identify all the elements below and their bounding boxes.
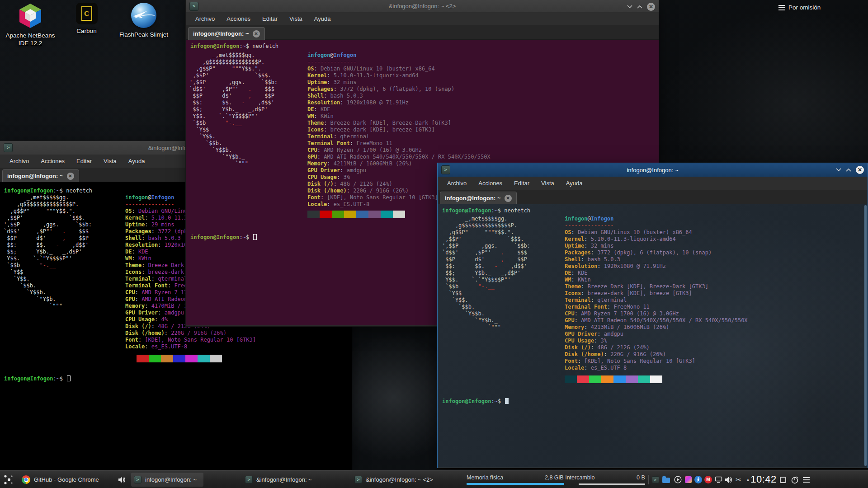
terminal-tray-icon[interactable]: > [651,475,660,484]
clipboard-scissors-icon[interactable]: ✂ [734,475,743,484]
cube-app-icon[interactable] [684,475,693,484]
menu-item-ayuda[interactable]: Ayuda [561,178,588,188]
tab-label: infogon@Infogon: ~ [7,173,63,179]
tab-close-icon[interactable]: ✕ [67,173,74,180]
shell-prompt: infogon@Infogon:~$ [4,375,71,382]
terminal-icon: > [354,476,362,483]
palette-swatch [650,375,662,383]
neofetch-info-row: Icons: breeze-dark [KDE], breeze [GTK3] [565,290,748,297]
maximize-icon[interactable] [846,168,851,172]
desktop-toolbox[interactable]: Por omisión [778,4,821,11]
maximize-icon[interactable] [637,5,642,9]
taskbar-task-terminal-1[interactable]: > infogon@Infogon: ~ [131,473,203,487]
menu-item-archivo[interactable]: Archivo [442,178,472,188]
hamburger-icon [803,477,810,482]
menu-item-vista[interactable]: Vista [536,178,559,188]
menu-item-vista[interactable]: Vista [99,156,122,166]
palette-swatch [198,355,210,362]
minimize-icon[interactable] [627,5,632,9]
terminal-tab[interactable]: infogon@Infogon: ~ ✕ [440,192,517,204]
palette-swatch [577,375,589,383]
app-launcher-button[interactable] [2,474,14,486]
neofetch-info-row: Theme: Breeze Dark [KDE], Breeze-Dark [G… [307,120,491,127]
desktop-icon-netbeans[interactable]: Apache NetBeans IDE 12.2 [3,3,58,47]
minimize-icon[interactable] [836,168,841,172]
panel-separator [648,475,649,484]
tab-bar: infogon@Infogon: ~ ✕ [186,26,659,40]
menu-item-editar[interactable]: Editar [509,178,534,188]
palette-swatch [626,375,638,383]
menu-item-editar[interactable]: Editar [71,156,97,166]
swap-usage-bar [579,483,645,485]
slimjet-globe-icon [131,3,156,28]
menu-item-ayuda[interactable]: Ayuda [309,14,336,24]
network-monitor-icon[interactable] [714,475,723,484]
panel-menu-icon[interactable] [802,475,811,484]
volume-icon[interactable] [724,475,733,484]
terminal-content[interactable]: infogon@Infogon:~$ neofetch _,met$$$$$gg… [438,204,868,467]
timer-icon[interactable] [790,475,799,484]
close-icon[interactable]: ✕ [856,166,864,174]
neofetch-info-row: Shell: bash 5.0.3 [307,93,491,99]
close-icon[interactable]: ✕ [647,3,655,11]
terminal-app-icon: > [441,165,450,174]
palette-swatch [210,355,222,362]
terminal-tab[interactable]: infogon@Infogon: ~ ✕ [188,27,265,40]
scrollbar[interactable] [864,205,867,466]
netbeans-icon [17,3,43,29]
menu-item-vista[interactable]: Vista [284,14,307,24]
task-audio-icon[interactable] [118,475,126,484]
palette-swatch [185,355,198,362]
accessibility-icon[interactable] [694,475,703,484]
menu-item-acciones[interactable]: Acciones [473,178,507,188]
terminal-window-active: > infogon@Infogon: ~ ✕ ArchivoAccionesEd… [438,163,868,468]
terminal-color-palette [307,211,405,218]
neofetch-info-row: GPU Driver: amdgpu [565,331,748,338]
neofetch-info-row: DE: KDE [565,270,748,277]
terminal-tab[interactable]: infogon@Infogon: ~ ✕ [2,169,79,182]
menu-item-acciones[interactable]: Acciones [222,14,255,24]
neofetch-info-row: Disk (/home): 220G / 916G (26%) [125,330,308,337]
desktop-icon-carbon[interactable]: C Carbon [63,3,110,35]
window-titlebar[interactable]: > infogon@Infogon: ~ ✕ [438,163,868,177]
neofetch-info-row: Kernel: 5.10.0-11.3-liquorix-amd64 [565,236,748,243]
neofetch-info-row: Terminal: qterminal [307,133,491,140]
neofetch-info-row: Shell: bash 5.0.3 [565,256,748,263]
toolbox-label: Por omisión [788,4,821,11]
terminal-icon: > [245,476,253,483]
tab-close-icon[interactable]: ✕ [253,30,260,38]
carbon-icon: C [76,3,98,24]
palette-swatch [137,355,149,362]
task-label: &infogon@Infogon: ~ [256,476,312,483]
taskbar-task-terminal-3[interactable]: > &infogon@Infogon: ~ <2> [352,473,445,487]
palette-swatch [149,355,161,362]
menu-item-archivo[interactable]: Archivo [5,156,34,166]
shell-prompt: infogon@Infogon:~$ neofetch [4,188,92,194]
swap-monitor-label[interactable]: 2,8 GiB Intercambio [545,474,594,481]
menu-item-editar[interactable]: Editar [257,14,283,24]
neofetch-info-row: Kernel: 5.10.0-11.3-liquorix-amd64 [307,72,491,79]
menu-item-ayuda[interactable]: Ayuda [123,156,150,166]
neofetch-info-row: Locale: es_ES.UTF-8 [565,365,748,371]
menu-item-acciones[interactable]: Acciones [36,156,70,166]
neofetch-underline: --------------- [565,222,748,229]
taskbar-task-terminal-2[interactable]: > &infogon@Infogon: ~ [242,473,321,487]
neofetch-info-row: CPU: AMD Ryzen 7 1700 (16) @ 3.0GHz [565,310,748,317]
show-desktop-icon[interactable] [778,475,787,484]
desktop-icon-slimjet[interactable]: FlashPeak Slimjet [114,3,173,38]
media-player-icon[interactable] [674,475,682,484]
folder-icon[interactable] [662,475,670,484]
taskbar-task-chrome[interactable]: GitHub - Google Chrome [19,473,113,487]
tab-close-icon[interactable]: ✕ [505,195,512,202]
menu-item-archivo[interactable]: Archivo [190,14,220,24]
neofetch-info-row: Disk (/): 48G / 212G (24%) [565,344,748,351]
task-label: infogon@Infogon: ~ [145,476,197,483]
shell-prompt: infogon@Infogon:~$ [190,234,257,241]
memory-monitor-label[interactable]: Memoria física [467,474,503,481]
mega-icon[interactable]: M [704,475,712,484]
clock[interactable]: 10:42 [750,474,777,485]
network-monitor-label[interactable]: 0 B [637,474,645,481]
window-titlebar[interactable]: > &infogon@Infogon: ~ <2> ✕ [186,0,659,12]
terminal-color-palette [124,355,222,362]
menu-bar: ArchivoAccionesEditarVistaAyuda [438,177,868,190]
